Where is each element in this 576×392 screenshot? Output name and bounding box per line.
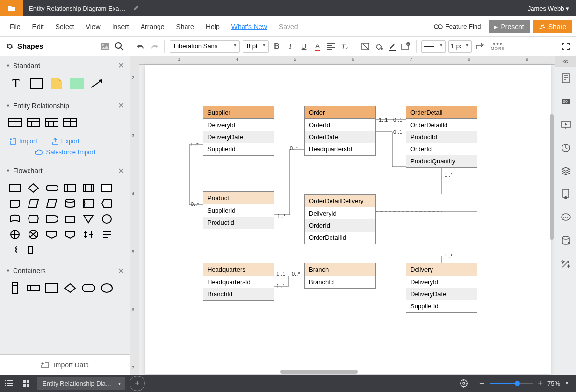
shape-flowchart-8[interactable] <box>44 198 59 209</box>
zoom-out-button[interactable]: − <box>479 378 485 389</box>
underline-button[interactable]: U <box>299 41 309 52</box>
align-button[interactable] <box>326 41 336 52</box>
font-size-select[interactable]: 8 pt <box>243 40 269 53</box>
shape-container-1[interactable] <box>8 282 22 294</box>
target-icon[interactable] <box>455 375 473 392</box>
zoom-slider[interactable] <box>490 383 533 384</box>
shape-flowchart-7[interactable] <box>26 198 41 209</box>
shape-flowchart-0[interactable] <box>8 182 22 194</box>
border-color-button[interactable] <box>387 41 398 52</box>
close-icon[interactable]: ✕ <box>118 101 124 110</box>
entity-orderdetail[interactable]: OrderDetailOrderDetailIdProductIdOrderId… <box>406 106 477 168</box>
shape-flowchart-24[interactable] <box>8 244 22 256</box>
shape-flowchart-6[interactable] <box>8 198 22 209</box>
shape-fill-button[interactable] <box>360 41 371 52</box>
shape-flowchart-2[interactable] <box>44 182 59 194</box>
present-button[interactable]: ▸ Present <box>489 20 530 33</box>
zoom-value[interactable]: 75% <box>547 380 560 387</box>
fullscreen-button[interactable] <box>561 41 571 52</box>
menu-share[interactable]: Share <box>171 20 200 33</box>
shape-flowchart-18[interactable] <box>8 229 22 240</box>
section-flowchart[interactable]: ▼Flowchart✕ <box>0 161 130 180</box>
menu-file[interactable]: File <box>4 20 27 33</box>
list-view-icon[interactable] <box>0 375 17 392</box>
shape-flowchart-16[interactable] <box>81 213 96 225</box>
entity-order[interactable]: OrderOrderIdOrderDateHeadquartersId <box>304 106 376 156</box>
menu-select[interactable]: Select <box>50 20 80 33</box>
shape-flowchart-4[interactable] <box>81 182 96 194</box>
shape-flowchart-25[interactable] <box>26 244 41 256</box>
canvas[interactable]: 234567 3456789 SupplierDeliveryIdDeliver… <box>130 56 555 375</box>
comments-icon[interactable]: 99 <box>555 90 576 113</box>
menu-arrange[interactable]: Arrange <box>135 20 171 33</box>
zoom-in-button[interactable]: + <box>538 378 543 389</box>
page-tab[interactable]: Entity Relationship Dia… <box>37 377 125 390</box>
menu-edit[interactable]: Edit <box>27 20 50 33</box>
export-link[interactable]: Export <box>52 137 80 145</box>
shape-flowchart-14[interactable] <box>44 213 59 225</box>
import-data-button[interactable]: Import Data <box>0 354 130 375</box>
master-pages-icon[interactable] <box>555 183 576 206</box>
shape-flowchart-12[interactable] <box>8 213 22 225</box>
undo-button[interactable] <box>135 41 146 52</box>
shape-flowchart-23[interactable] <box>100 229 114 240</box>
shape-flowchart-19[interactable] <box>26 229 41 240</box>
folder-icon[interactable] <box>0 0 23 16</box>
shape-flowchart-10[interactable] <box>81 198 96 209</box>
font-select[interactable]: Liberation Sans <box>170 40 240 53</box>
shape-er-4[interactable] <box>63 117 77 129</box>
shape-flowchart-15[interactable] <box>63 213 77 225</box>
section-containers[interactable]: ▼Containers✕ <box>0 261 130 280</box>
clear-format-button[interactable]: T× <box>339 41 350 52</box>
shape-container-5[interactable] <box>81 282 96 294</box>
layers-icon[interactable] <box>555 160 576 183</box>
database-icon[interactable] <box>555 229 576 252</box>
page-settings-icon[interactable] <box>555 67 576 90</box>
document-title[interactable]: Entity Relationship Diagram Exa… <box>23 5 131 12</box>
feature-find[interactable]: Feature Find <box>434 23 481 30</box>
close-icon[interactable]: ✕ <box>118 166 124 175</box>
section-entity[interactable]: ▼Entity Relationship✕ <box>0 96 130 115</box>
line-route-button[interactable] <box>475 41 485 52</box>
entity-orderdetaildelivery[interactable]: OrderDetailDeliveryDeliveryIdOrderIdOrde… <box>304 194 376 244</box>
shape-style-button[interactable] <box>401 41 411 52</box>
shape-container-3[interactable] <box>44 282 59 294</box>
shape-flowchart-17[interactable] <box>100 213 114 225</box>
magic-icon[interactable] <box>555 252 576 276</box>
text-color-button[interactable]: A <box>312 41 323 52</box>
scrollbar-horizontal[interactable] <box>280 370 358 374</box>
menu-help[interactable]: Help <box>200 20 226 33</box>
shape-container-4[interactable] <box>63 282 77 294</box>
shape-flowchart-5[interactable] <box>100 182 114 194</box>
redo-button[interactable] <box>149 41 159 52</box>
shape-flowchart-22[interactable] <box>81 229 96 240</box>
close-icon[interactable]: ✕ <box>118 266 124 276</box>
entity-headquarters[interactable]: HeadquartersHeadquartersIdBranchId <box>203 263 274 301</box>
grid-view-icon[interactable] <box>17 375 35 392</box>
share-button[interactable]: Share <box>533 20 572 33</box>
shape-arrow[interactable] <box>89 77 105 90</box>
shape-container-2[interactable] <box>26 282 41 294</box>
shape-text[interactable]: T <box>8 77 24 90</box>
entity-supplier[interactable]: SupplierDeliveryIdDeliveryDateSupplierId <box>203 106 274 156</box>
close-icon[interactable]: ✕ <box>118 61 124 70</box>
collapse-panel-button[interactable]: ≪ <box>555 56 576 67</box>
entity-branch[interactable]: BranchBranchId <box>304 263 376 289</box>
shape-flowchart-3[interactable] <box>63 182 77 194</box>
fill-bucket-button[interactable] <box>374 41 384 52</box>
shape-rect[interactable] <box>28 77 44 90</box>
shape-flowchart-11[interactable] <box>100 198 114 209</box>
history-icon[interactable] <box>555 136 576 160</box>
import-link[interactable]: Import <box>10 137 37 145</box>
user-menu[interactable]: James Webb ▾ <box>521 5 576 12</box>
shape-flowchart-21[interactable] <box>63 229 77 240</box>
zoom-control[interactable]: − + 75% ▼ <box>473 378 576 389</box>
entity-delivery[interactable]: DeliveryDeliveryIdDeliveryDateSupplierId <box>406 263 477 313</box>
entity-product[interactable]: ProductSupplierIdProductId <box>203 191 274 229</box>
section-standard[interactable]: ▼Standard✕ <box>0 56 130 75</box>
shape-er-3[interactable] <box>44 117 59 129</box>
diagram-page[interactable]: SupplierDeliveryIdDeliveryDateSupplierId… <box>145 65 551 374</box>
menu-insert[interactable]: Insert <box>106 20 135 33</box>
line-style-select[interactable]: ——— <box>421 40 446 53</box>
edit-title-icon[interactable] <box>133 4 140 13</box>
